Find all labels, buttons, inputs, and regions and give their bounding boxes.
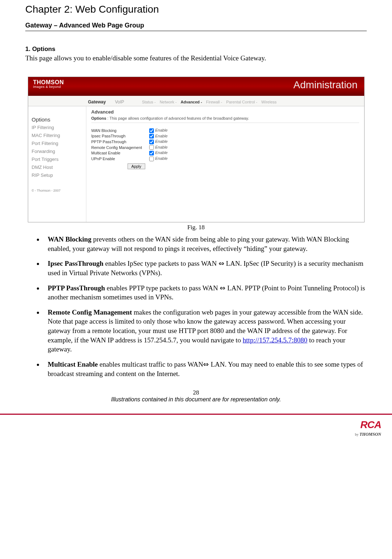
sidebar-heading[interactable]: Options — [32, 116, 82, 123]
figure-caption: Fig. 18 — [25, 224, 367, 231]
label-ipsec: Ipsec PassThrough — [91, 134, 149, 138]
bullet-term: WAN Blocking — [48, 235, 91, 243]
enable-text: Enable — [155, 145, 168, 149]
tab-bar: Gateway VoIP Status - Network - Advanced… — [28, 96, 364, 106]
chapter-title: Chapter 2: Web Configuration — [25, 4, 367, 15]
bullet-remote-config: Remote Config Management makes the confi… — [43, 308, 367, 354]
screenshot-main: Advanced Options : This page allows conf… — [86, 106, 364, 222]
sidebar-item-mac-filtering[interactable]: MAC Filtering — [32, 133, 82, 138]
sidebar-item-forwarding[interactable]: Forwarding — [32, 149, 82, 154]
disclaimer-text: Illustrations contained in this document… — [25, 396, 367, 403]
apply-button[interactable]: Apply — [128, 163, 146, 169]
bullet-term: PPTP PassThrough — [48, 284, 105, 292]
screenshot-header: THOMSON images & beyond Administration — [28, 77, 364, 96]
tab-gateway[interactable]: Gateway — [86, 98, 108, 106]
enable-text: Enable — [155, 128, 168, 132]
admin-screenshot: THOMSON images & beyond Administration G… — [28, 77, 365, 222]
checkbox-ipsec[interactable] — [149, 134, 154, 138]
brand-text: THOMSON — [33, 79, 64, 85]
panel-desc-label: Options — [91, 116, 107, 120]
bullet-term: Multicast Enable — [48, 360, 98, 368]
label-wan-blocking: WAN Blocking — [91, 128, 149, 133]
intro-text: This page allows you to enable/disable s… — [25, 54, 367, 62]
panel-desc-text: This page allows configuration of advanc… — [109, 116, 249, 120]
example-url-link[interactable]: http://157.254.5.7:8080 — [243, 336, 307, 344]
options-table: WAN Blocking Enable Ipsec PassThrough En… — [91, 128, 359, 169]
enable-text: Enable — [155, 139, 168, 144]
checkbox-multicast[interactable] — [149, 151, 154, 155]
checkbox-upnp[interactable] — [149, 157, 154, 161]
tab-voip[interactable]: VoIP — [113, 98, 126, 106]
label-remote-config: Remote Config Management — [91, 145, 149, 150]
sidebar-item-rip-setup[interactable]: RIP Setup — [32, 172, 82, 178]
footer-bar: RCA by THOMSON — [0, 414, 392, 440]
screenshot-sidebar: Options IP Filtering MAC Filtering Port … — [28, 106, 86, 222]
bullet-wan-blocking: WAN Blocking prevents others on the WAN … — [43, 235, 367, 253]
section-title: Gateway – Advanced Web Page Group — [25, 22, 367, 31]
bullet-pptp: PPTP PassThrough enables PPTP type packe… — [43, 283, 367, 302]
row-pptp: PPTP PassThrough Enable — [91, 139, 359, 144]
sidebar-copyright: © - Thomson - 2007 — [32, 189, 82, 192]
bullet-multicast: Multicast Enable enables multicast traff… — [43, 360, 367, 378]
label-multicast: Multicast Enable — [91, 151, 149, 155]
rca-logo: RCA by THOMSON — [355, 419, 381, 437]
row-upnp: UPnP Enable Enable — [91, 156, 359, 161]
label-pptp: PPTP PassThrough — [91, 140, 149, 144]
subtab-status[interactable]: Status - — [142, 100, 156, 104]
enable-text: Enable — [155, 156, 168, 161]
rca-text: RCA — [355, 419, 381, 431]
bullet-term: Remote Config Management — [48, 308, 132, 316]
checkbox-wan-blocking[interactable] — [149, 128, 154, 133]
panel-description: Options : This page allows configuration… — [91, 116, 359, 123]
row-ipsec: Ipsec PassThrough Enable — [91, 134, 359, 139]
bullet-ipsec: Ipsec PassThrough enables IpSec type pac… — [43, 259, 367, 277]
subtab-firewall[interactable]: Firewall - — [206, 100, 222, 104]
panel-title: Advanced — [91, 109, 359, 115]
bullet-list: WAN Blocking prevents others on the WAN … — [25, 235, 367, 378]
bullet-term: Ipsec PassThrough — [48, 260, 103, 267]
label-upnp: UPnP Enable — [91, 157, 149, 161]
rca-thomson: THOMSON — [359, 432, 381, 437]
thomson-logo: THOMSON images & beyond — [33, 79, 64, 89]
checkbox-pptp[interactable] — [149, 140, 154, 144]
checkbox-remote-config[interactable] — [149, 145, 154, 150]
subtab-network[interactable]: Network - — [160, 100, 177, 104]
row-wan-blocking: WAN Blocking Enable — [91, 128, 359, 133]
header-administration: Administration — [293, 79, 357, 91]
row-remote-config: Remote Config Management Enable — [91, 145, 359, 150]
enable-text: Enable — [155, 150, 168, 155]
bullet-text: prevents others on the WAN side from bei… — [48, 235, 349, 252]
subtab-wireless[interactable]: Wireless — [261, 100, 276, 104]
page-number: 28 — [25, 389, 367, 396]
sidebar-item-port-filtering[interactable]: Port Filtering — [32, 141, 82, 146]
subtab-advanced[interactable]: Advanced - — [181, 100, 202, 104]
row-multicast: Multicast Enable Enable — [91, 150, 359, 155]
subheading-options: 1. Options — [25, 46, 367, 53]
sidebar-item-port-triggers[interactable]: Port Triggers — [32, 157, 82, 162]
subtab-parental[interactable]: Parental Control - — [226, 100, 257, 104]
sidebar-item-dmz-host[interactable]: DMZ Host — [32, 165, 82, 170]
enable-text: Enable — [155, 134, 168, 138]
sidebar-item-ip-filtering[interactable]: IP Filtering — [32, 125, 82, 130]
rca-by: by — [355, 432, 359, 436]
brand-tagline: images & beyond — [33, 85, 64, 89]
